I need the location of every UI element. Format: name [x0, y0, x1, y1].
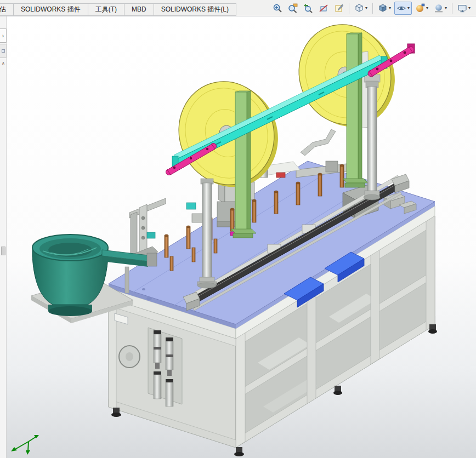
view-settings-icon: [457, 3, 467, 13]
tab-solidworks-addins[interactable]: SOLIDWORKS 插件: [13, 3, 88, 16]
zoom-to-fit-button[interactable]: [270, 2, 285, 15]
view-settings-button[interactable]: ▾: [455, 2, 473, 15]
display-style-icon: [378, 3, 388, 13]
annotation-views-button[interactable]: [332, 2, 346, 15]
orientation-triad: [11, 435, 39, 455]
tab-solidworks-addins-l[interactable]: SOLIDWORKS 插件(L): [154, 3, 236, 16]
apply-scene-button[interactable]: ▾: [432, 2, 449, 15]
model-3d: [7, 16, 476, 458]
dropdown-arrow[interactable]: ▾: [426, 6, 428, 10]
panel-tab[interactable]: [0, 44, 7, 58]
hide-show-items-icon: [396, 3, 406, 13]
toolbar-separator: [349, 3, 349, 14]
annotation-views-icon: [334, 3, 344, 13]
section-view-icon: [319, 3, 328, 13]
view-orientation-button[interactable]: ▾: [352, 2, 370, 15]
previous-view-button[interactable]: [301, 2, 315, 15]
dropdown-arrow[interactable]: ▾: [407, 6, 410, 10]
tab-tools[interactable]: 工具(T): [88, 3, 124, 16]
previous-view-icon: [303, 3, 313, 13]
tab-mbd[interactable]: MBD: [124, 3, 154, 16]
zoom-to-area-icon: [288, 3, 298, 13]
solidworks-window: 评估 SOLIDWORKS 插件 工具(T) MBD SOLIDWORKS 插件…: [0, 0, 476, 458]
apply-scene-icon: [434, 3, 444, 13]
panel-splitter-handle[interactable]: [1, 247, 5, 255]
display-style-button[interactable]: ▾: [376, 2, 393, 15]
graphics-viewport[interactable]: [7, 16, 476, 458]
panel-expand-button[interactable]: ›: [0, 28, 7, 43]
section-view-button[interactable]: [316, 2, 331, 15]
toolbar-separator: [452, 3, 452, 14]
view-orientation-icon: [354, 3, 364, 13]
zoom-to-area-button[interactable]: [286, 2, 300, 15]
panel-tab-icon: [2, 49, 5, 53]
zoom-to-fit-icon: [273, 3, 282, 13]
edit-appearance-icon: [415, 3, 425, 13]
edit-appearance-button[interactable]: ▾: [413, 2, 430, 15]
tab-evaluate[interactable]: 评估: [0, 3, 14, 16]
dropdown-arrow[interactable]: ▾: [389, 6, 391, 10]
hide-show-items-button[interactable]: ▾: [394, 2, 412, 15]
pneumatic-unit[interactable]: [148, 328, 182, 407]
dropdown-arrow[interactable]: ▾: [445, 6, 447, 10]
dropdown-arrow[interactable]: ▾: [365, 6, 367, 10]
command-manager-toolbar: 评估 SOLIDWORKS 插件 工具(T) MBD SOLIDWORKS 插件…: [0, 0, 476, 16]
wire-guide-strip[interactable]: [301, 129, 336, 156]
heads-up-view-toolbar: ▾ ▾ ▾: [270, 2, 473, 15]
command-tabs: 评估 SOLIDWORKS 插件 工具(T) MBD SOLIDWORKS 插件…: [0, 3, 236, 16]
toolbar-separator: [372, 3, 373, 14]
dropdown-arrow[interactable]: ▾: [468, 6, 471, 10]
panel-collapse-button[interactable]: ∧: [0, 59, 7, 67]
feature-panel-strip: › ∧: [0, 16, 7, 458]
